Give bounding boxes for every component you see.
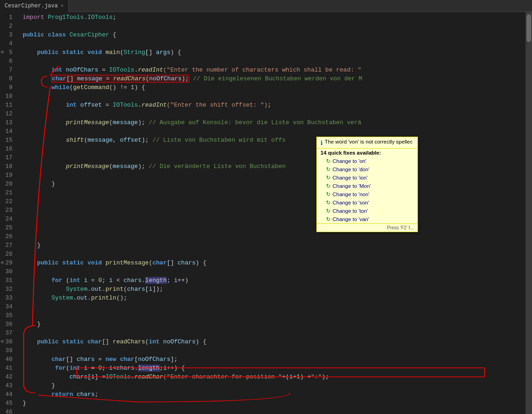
code-line-39 xyxy=(21,346,526,355)
token-var: noOfChars xyxy=(66,66,98,73)
token-num: 0 xyxy=(98,277,102,284)
line-number-27: 27 xyxy=(0,241,16,250)
code-line-2 xyxy=(21,22,526,30)
line-number-5: 5 xyxy=(0,48,16,57)
token-kw: for xyxy=(51,277,62,284)
quickfix-item-7[interactable]: ↻Change to 'van' xyxy=(317,215,417,223)
token-var: i xyxy=(174,277,178,284)
token-var: i xyxy=(84,277,88,284)
tab-close-button[interactable]: × xyxy=(60,3,64,9)
code-line-1: import Prog1Tools.IOTools; xyxy=(21,13,526,22)
token-var: offset xyxy=(80,102,102,108)
code-line-21 xyxy=(21,188,526,197)
token-num: 1 xyxy=(131,84,134,91)
length-highlight: length xyxy=(138,365,160,372)
fix-icon: ↻ xyxy=(326,158,331,164)
token-var: chars xyxy=(77,391,95,398)
token-num: 1 xyxy=(296,373,300,380)
info-icon: ℹ xyxy=(320,139,323,146)
quickfix-label: Change to 'ton' xyxy=(332,208,368,214)
token-kw: public xyxy=(23,31,44,38)
scrollbar-thumb[interactable] xyxy=(526,14,531,42)
token-cls: System xyxy=(51,294,73,301)
token-kw: public xyxy=(37,49,59,56)
quickfix-item-3[interactable]: ↻Change to 'Mon' xyxy=(317,182,417,190)
code-line-12 xyxy=(21,109,526,118)
token-italic-fn: readInt xyxy=(138,66,163,73)
token-italic-fn: printMessage xyxy=(66,119,109,126)
token-fn: printMessage xyxy=(106,259,149,266)
token-var: chars xyxy=(69,373,87,380)
fix-icon: ↻ xyxy=(326,191,331,198)
code-line-45: } xyxy=(21,399,526,408)
token-fn: readChars xyxy=(113,338,145,345)
line-number-36: 36 xyxy=(0,320,16,329)
quickfix-header: ℹ The word 'von' is not correctly spelle… xyxy=(317,137,417,149)
token-fn: getCommand xyxy=(73,84,109,91)
code-line-36: } xyxy=(21,320,526,329)
line-number-16: 16 xyxy=(0,144,16,153)
quickfix-item-4[interactable]: ↻Change to 'non' xyxy=(317,190,417,198)
fix-icon: ↻ xyxy=(326,183,331,189)
code-line-13: printMessage(message); // Ausgabe auf Ko… xyxy=(21,118,526,127)
token-var: chars xyxy=(124,277,142,284)
fix-icon: ↻ xyxy=(326,199,331,206)
token-fn: main xyxy=(106,49,120,56)
token-kw: int xyxy=(69,277,80,284)
editor-tab[interactable]: CesarCipher.java × xyxy=(0,0,69,12)
quickfix-footer: Press 'F2' f... xyxy=(317,223,417,232)
token-str: ("Enter charachter for position " xyxy=(163,373,282,380)
token-num: 0 xyxy=(98,365,102,372)
token-kw: void xyxy=(87,259,102,266)
token-var: noOfChars xyxy=(163,338,195,345)
code-line-19 xyxy=(21,171,526,180)
quickfix-item-0[interactable]: ↻Change to 'on' xyxy=(317,157,417,165)
line-number-40: 40 xyxy=(0,355,16,364)
line-number-22: 22 xyxy=(0,197,16,206)
line-number-38: 38 xyxy=(0,337,16,346)
line-number-3: 3 xyxy=(0,30,16,39)
code-line-40: char[] chars = new char[noOfChars]; xyxy=(21,355,526,364)
code-line-10 xyxy=(21,92,526,101)
token-var: message xyxy=(87,137,113,144)
line-number-39: 39 xyxy=(0,346,16,355)
code-area[interactable]: import Prog1Tools.IOTools; public class … xyxy=(21,12,526,414)
quickfix-popup: ℹ The word 'von' is not correctly spelle… xyxy=(316,137,418,232)
quickfix-item-6[interactable]: ↻Change to 'ton' xyxy=(317,207,417,215)
token-kw: while xyxy=(51,84,69,91)
scrollbar[interactable] xyxy=(526,12,532,414)
token-italic-fn: shift xyxy=(66,137,84,144)
line-number-9: 9 xyxy=(0,83,16,92)
code-line-29: public static void printMessage(char[] c… xyxy=(21,258,526,267)
token-var: i xyxy=(109,277,113,284)
quickfix-item-5[interactable]: ↻Change to 'son' xyxy=(317,198,417,207)
quickfix-item-1[interactable]: ↻Change to 'don' xyxy=(317,165,417,174)
quickfix-item-2[interactable]: ↻Change to 'ion' xyxy=(317,174,417,182)
token-kw: int xyxy=(69,365,80,372)
token-var: out xyxy=(77,294,87,301)
line-number-15: 15 xyxy=(0,136,16,144)
quickfix-label: Change to 'ion' xyxy=(332,175,368,180)
editor-body: 1234567891011121314151617181920212223242… xyxy=(0,12,532,414)
token-comment: // Ausgabe auf Konsole: bevor die Liste … xyxy=(149,119,361,126)
code-line-14 xyxy=(21,127,526,136)
token-cls: System xyxy=(66,286,88,293)
token-var: i xyxy=(91,373,95,380)
line-number-8: 8 xyxy=(0,74,16,83)
length-highlight: length xyxy=(145,277,167,284)
line-number-4: 4 xyxy=(0,39,16,48)
code-line-22 xyxy=(21,197,526,206)
token-kw: static xyxy=(62,49,84,56)
line-number-41: 41 xyxy=(0,364,16,372)
code-line-16 xyxy=(21,144,526,153)
code-line-25 xyxy=(21,223,526,232)
code-line-32: System.out.print(chars[i]); xyxy=(21,285,526,294)
token-kw: for xyxy=(55,365,66,372)
token-kw: static xyxy=(62,259,84,266)
token-str: ("Enter the number of characters which s… xyxy=(163,66,361,73)
line-number-46: 46 xyxy=(0,408,16,414)
token-fn: println xyxy=(91,294,116,301)
line-number-35: 35 xyxy=(0,311,16,320)
token-italic-fn: readChar xyxy=(134,373,163,380)
token-var: message xyxy=(113,163,138,170)
